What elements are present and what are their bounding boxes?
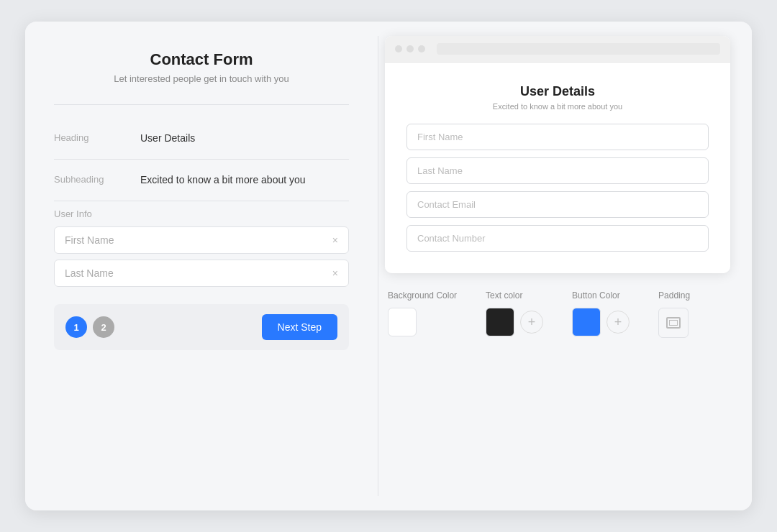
padding-label: Padding [658, 290, 690, 301]
settings-section: Background Color Text color + Button Col… [385, 290, 730, 338]
bg-color-row [388, 308, 457, 336]
btn-color-add-button[interactable]: + [606, 311, 630, 334]
subheading-value: Excited to know a bit more about you [140, 173, 306, 188]
left-panel: Contact Form Let interested people get i… [25, 22, 378, 510]
subheading-label: Subheading [54, 173, 140, 185]
subheading-row: Subheading Excited to know a bit more ab… [54, 160, 349, 201]
first-name-text: First Name [65, 234, 332, 246]
preview-first-name[interactable]: First Name [406, 124, 709, 150]
btn-color-row: + [572, 308, 630, 336]
browser-content: User Details Excited to know a bit more … [385, 63, 730, 273]
preview-last-name[interactable]: Last Name [406, 157, 709, 184]
divider-1 [54, 104, 349, 105]
browser-bar [385, 36, 730, 63]
next-step-button[interactable]: Next Step [262, 314, 337, 340]
bottom-bar: 1 2 Next Step [54, 304, 349, 350]
preview-contact-email[interactable]: Contact Email [406, 191, 709, 218]
browser-dot-1 [395, 45, 402, 52]
right-panel: User Details Excited to know a bit more … [378, 22, 752, 510]
text-color-row: + [486, 308, 543, 336]
panel-divider [378, 36, 378, 496]
text-color-add-button[interactable]: + [520, 311, 543, 334]
bg-color-group: Background Color [388, 290, 457, 336]
browser-url-bar [437, 43, 720, 55]
first-name-row[interactable]: First Name × [54, 226, 349, 254]
step-2-button[interactable]: 2 [93, 316, 114, 338]
first-name-close-icon[interactable]: × [332, 234, 338, 246]
last-name-row[interactable]: Last Name × [54, 260, 349, 287]
padding-group: Padding [658, 290, 690, 338]
browser-dot-3 [418, 45, 425, 52]
user-info-label: User Info [54, 208, 349, 219]
user-info-section: User Info First Name × Last Name × [54, 208, 349, 293]
main-card: Contact Form Let interested people get i… [25, 22, 752, 510]
heading-row: Heading User Details [54, 118, 349, 160]
browser-dot-2 [406, 45, 414, 52]
bg-color-label: Background Color [388, 290, 457, 301]
last-name-close-icon[interactable]: × [332, 267, 338, 279]
step-1-button[interactable]: 1 [65, 316, 87, 338]
btn-color-label: Button Color [572, 290, 630, 301]
form-title: Contact Form [54, 50, 349, 69]
btn-color-swatch[interactable] [572, 308, 601, 336]
preview-subtitle: Excited to know a bit more about you [406, 102, 709, 111]
text-color-group: Text color + [486, 290, 543, 336]
last-name-text: Last Name [65, 267, 332, 279]
preview-title: User Details [406, 84, 709, 99]
preview-contact-number[interactable]: Contact Number [406, 225, 709, 252]
text-color-label: Text color [486, 290, 543, 301]
steps-container: 1 2 [65, 316, 114, 338]
heading-label: Heading [54, 131, 140, 143]
heading-value: User Details [140, 131, 195, 146]
bg-color-swatch[interactable] [388, 308, 417, 336]
btn-color-group: Button Color + [572, 290, 630, 336]
padding-icon [666, 317, 681, 329]
padding-button[interactable] [658, 308, 689, 338]
text-color-swatch[interactable] [486, 308, 514, 336]
form-subtitle: Let interested people get in touch with … [54, 73, 349, 84]
browser-mockup: User Details Excited to know a bit more … [385, 36, 730, 273]
